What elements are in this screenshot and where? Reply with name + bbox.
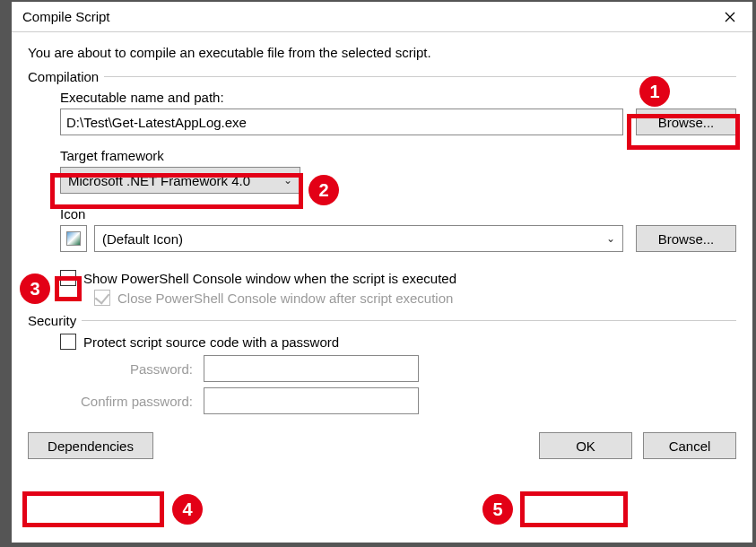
browse-exe-button[interactable]: Browse... bbox=[636, 109, 736, 135]
close-console-label: Close PowerShell Console window after sc… bbox=[117, 291, 453, 306]
chevron-down-icon: ⌄ bbox=[606, 232, 615, 245]
dialog-footer: Dependencies OK Cancel bbox=[28, 432, 736, 459]
compile-script-dialog: Compile Script You are about to compile … bbox=[11, 1, 753, 543]
password-label: Password: bbox=[60, 361, 204, 377]
titlebar: Compile Script bbox=[12, 2, 752, 32]
icon-preview bbox=[60, 225, 87, 252]
framework-label: Target framework bbox=[60, 148, 736, 163]
protect-password-label: Protect script source code with a passwo… bbox=[83, 334, 339, 350]
framework-select[interactable]: Microsoft .NET Framework 4.0 ⌄ bbox=[60, 167, 300, 194]
ok-button[interactable]: OK bbox=[539, 432, 632, 459]
exe-path-input[interactable] bbox=[60, 109, 623, 135]
show-console-checkbox[interactable] bbox=[60, 270, 76, 286]
protect-password-checkbox[interactable] bbox=[60, 334, 76, 350]
close-button[interactable] bbox=[709, 3, 751, 31]
chevron-down-icon: ⌄ bbox=[283, 174, 292, 187]
security-group-label: Security bbox=[28, 313, 76, 328]
dialog-title: Compile Script bbox=[22, 9, 110, 24]
password-input bbox=[204, 355, 419, 382]
close-icon bbox=[725, 12, 735, 22]
compilation-group-label: Compilation bbox=[28, 69, 99, 84]
security-group: Security Protect script source code with… bbox=[28, 313, 736, 414]
icon-label: Icon bbox=[60, 206, 736, 221]
exe-path-label: Executable name and path: bbox=[60, 90, 736, 105]
confirm-password-input bbox=[204, 387, 419, 414]
show-console-label: Show PowerShell Console window when the … bbox=[83, 271, 456, 286]
icon-value: (Default Icon) bbox=[102, 231, 183, 247]
framework-value: Microsoft .NET Framework 4.0 bbox=[68, 173, 250, 188]
cancel-button[interactable]: Cancel bbox=[643, 432, 736, 459]
close-console-checkbox bbox=[94, 290, 110, 306]
browse-icon-button[interactable]: Browse... bbox=[636, 225, 736, 252]
icon-select[interactable]: (Default Icon) ⌄ bbox=[94, 225, 623, 252]
compilation-group: Compilation Executable name and path: Br… bbox=[28, 69, 736, 306]
intro-text: You are about to compile an executable f… bbox=[28, 45, 736, 60]
dependencies-button[interactable]: Dependencies bbox=[28, 432, 153, 459]
app-icon bbox=[66, 231, 81, 246]
confirm-password-label: Confirm password: bbox=[60, 394, 204, 409]
dialog-content: You are about to compile an executable f… bbox=[12, 32, 752, 472]
